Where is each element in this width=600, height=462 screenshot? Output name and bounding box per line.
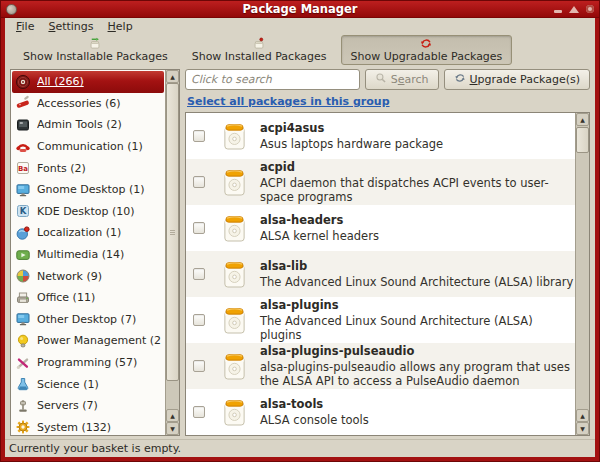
sidebar-item-localization-1[interactable]: Localization (1) xyxy=(12,222,164,244)
sidebar-item-network-9[interactable]: Network (9) xyxy=(12,265,164,287)
upgrade-button-label: Upgrade Package(s) xyxy=(470,73,580,86)
package-row-alsa-lib[interactable]: alsa-libThe Advanced Linux Sound Archite… xyxy=(186,251,575,297)
package-row-alsa-headers[interactable]: alsa-headersALSA kernel headers xyxy=(186,205,575,251)
package-description: The Advanced Linux Sound Architecture (A… xyxy=(260,275,573,289)
maximize-icon[interactable] xyxy=(569,6,579,13)
sidebar-item-system-132[interactable]: System (132) xyxy=(12,417,164,436)
package-checkbox[interactable] xyxy=(193,268,205,280)
sidebar-item-fonts-2[interactable]: BaFonts (2) xyxy=(12,157,164,179)
network-icon xyxy=(15,268,31,284)
sidebar-item-label: Gnome Desktop (1) xyxy=(37,183,145,196)
package-description: ACPI daemon that dispatches ACPI events … xyxy=(260,176,575,205)
sidebar-item-label: Science (1) xyxy=(37,378,99,391)
sidebar-item-label: Other Desktop (7) xyxy=(37,313,136,326)
sidebar-item-communication-1[interactable]: Communication (1) xyxy=(12,136,164,158)
sidebar-item-label: Power Management (2) xyxy=(37,334,161,347)
terminal-icon xyxy=(15,117,31,133)
kde-icon: K xyxy=(15,203,31,219)
package-row-acpi4asus[interactable]: acpi4asusAsus laptops hardware package xyxy=(186,113,575,159)
sidebar-item-label: Network (9) xyxy=(37,270,102,283)
globe-pin-icon xyxy=(15,225,31,241)
package-name: alsa-tools xyxy=(260,397,369,411)
menu-file[interactable]: File xyxy=(9,19,41,34)
scroll-up-icon[interactable]: ▲ xyxy=(166,70,179,83)
sidebar-item-admin-tools-2[interactable]: Admin Tools (2) xyxy=(12,114,164,136)
monitor-icon xyxy=(15,182,31,198)
package-checkbox[interactable] xyxy=(193,406,205,418)
menu-settings[interactable]: Settings xyxy=(41,19,100,34)
package-checkbox[interactable] xyxy=(193,360,205,372)
scroll-up-icon[interactable]: ▲ xyxy=(576,113,589,126)
statusbar: Currently your basket is empty. xyxy=(5,439,595,457)
fonts-icon: Ba xyxy=(15,160,31,176)
package-checkbox[interactable] xyxy=(193,130,205,142)
sidebar-item-servers-7[interactable]: Servers (7) xyxy=(12,395,164,417)
package-name: alsa-headers xyxy=(260,213,379,227)
content: All (266)Accessories (6)Admin Tools (2)C… xyxy=(5,65,595,439)
toolbar-show-installed-packages[interactable]: Show Installed Packages xyxy=(182,35,337,65)
sidebar-item-label: Fonts (2) xyxy=(37,162,86,175)
package-checkbox[interactable] xyxy=(193,314,205,326)
titlebar[interactable]: Package Manager xyxy=(1,1,599,18)
sidebar-item-kde-desktop-10[interactable]: KKDE Desktop (10) xyxy=(12,201,164,223)
menu-help[interactable]: Help xyxy=(101,19,140,34)
science-icon xyxy=(15,376,31,392)
refresh-icon xyxy=(454,72,466,87)
scroll-down-icon[interactable]: ▼ xyxy=(576,422,589,435)
category-sidebar: All (266)Accessories (6)Admin Tools (2)C… xyxy=(10,69,180,436)
sidebar-item-gnome-desktop-1[interactable]: Gnome Desktop (1) xyxy=(12,179,164,201)
package-name: alsa-lib xyxy=(260,259,573,273)
package-name: acpid xyxy=(260,160,575,174)
package-name: alsa-plugins-pulseaudio xyxy=(260,344,575,358)
scroll-up-icon[interactable]: ▲ xyxy=(576,409,589,422)
package-row-alsa-plugins[interactable]: alsa-pluginsThe Advanced Linux Sound Arc… xyxy=(186,297,575,343)
scroll-down-icon[interactable]: ▼ xyxy=(166,422,179,435)
sidebar-item-office-11[interactable]: Office (11) xyxy=(12,287,164,309)
select-all-link[interactable]: Select all packages in this group xyxy=(187,95,390,108)
sidebar-item-label: Admin Tools (2) xyxy=(37,118,122,131)
rpm-package-icon xyxy=(222,398,247,427)
sidebar-item-other-desktop-7[interactable]: Other Desktop (7) xyxy=(12,309,164,331)
svg-text:Ba: Ba xyxy=(18,165,28,173)
sidebar-item-label: Programming (57) xyxy=(37,356,137,369)
rpm-package-icon xyxy=(222,306,247,335)
sidebar-item-label: KDE Desktop (10) xyxy=(37,205,135,218)
minimize-icon[interactable] xyxy=(554,10,562,13)
package-list-scrollbar-thumb[interactable] xyxy=(576,127,589,153)
package-list-scrollbar-track[interactable] xyxy=(576,126,589,409)
sidebar-item-multimedia-14[interactable]: Multimedia (14) xyxy=(12,244,164,266)
sidebar-item-power-management-2[interactable]: Power Management (2) xyxy=(12,330,164,352)
sidebar-scrollbar-track[interactable] xyxy=(166,83,179,409)
package-row-acpid[interactable]: acpidACPI daemon that dispatches ACPI ev… xyxy=(186,159,575,205)
cd-icon xyxy=(15,74,31,90)
rpm-package-icon xyxy=(222,352,247,381)
sidebar-scrollbar[interactable]: ▲ ▲ ▼ xyxy=(165,70,179,435)
package-checkbox[interactable] xyxy=(193,222,205,234)
package-manager-window: Package Manager FileSettingsHelp Show In… xyxy=(0,0,600,462)
close-icon[interactable] xyxy=(586,5,594,13)
sidebar-item-label: Accessories (6) xyxy=(37,97,121,110)
package-description: ALSA console tools xyxy=(260,413,369,427)
search-button[interactable]: Search xyxy=(365,69,439,90)
sidebar-item-label: Office (11) xyxy=(37,291,95,304)
main-area: Search Upgrade Package(s) Select all pac… xyxy=(185,69,590,436)
package-row-alsa-plugins-pulseaudio[interactable]: alsa-plugins-pulseaudioalsa-plugins-puls… xyxy=(186,343,575,389)
package-row-alsa-tools[interactable]: alsa-toolsALSA console tools xyxy=(186,389,575,435)
phone-icon xyxy=(15,139,31,155)
sidebar-item-programming-57[interactable]: Programming (57) xyxy=(12,352,164,374)
sidebar-item-accessories-6[interactable]: Accessories (6) xyxy=(12,93,164,115)
scrollbar-grip xyxy=(170,230,175,235)
statusbar-text: Currently your basket is empty. xyxy=(9,442,181,455)
toolbar-show-installable-packages[interactable]: Show Installable Packages xyxy=(13,35,178,65)
upgrade-packages-button[interactable]: Upgrade Package(s) xyxy=(444,69,590,90)
search-input[interactable] xyxy=(185,69,360,90)
sidebar-item-label: Multimedia (14) xyxy=(37,248,124,261)
package-list-scrollbar[interactable]: ▲ ▲ ▼ xyxy=(575,113,589,435)
sidebar-item-all-266[interactable]: All (266) xyxy=(12,71,164,93)
sidebar-scrollbar-thumb[interactable] xyxy=(166,83,179,381)
package-checkbox[interactable] xyxy=(193,176,205,188)
sidebar-item-label: Communication (1) xyxy=(37,140,143,153)
sidebar-item-science-1[interactable]: Science (1) xyxy=(12,373,164,395)
toolbar-show-upgradable-packages[interactable]: Show Upgradable Packages xyxy=(341,35,513,65)
scroll-up-icon[interactable]: ▲ xyxy=(166,409,179,422)
